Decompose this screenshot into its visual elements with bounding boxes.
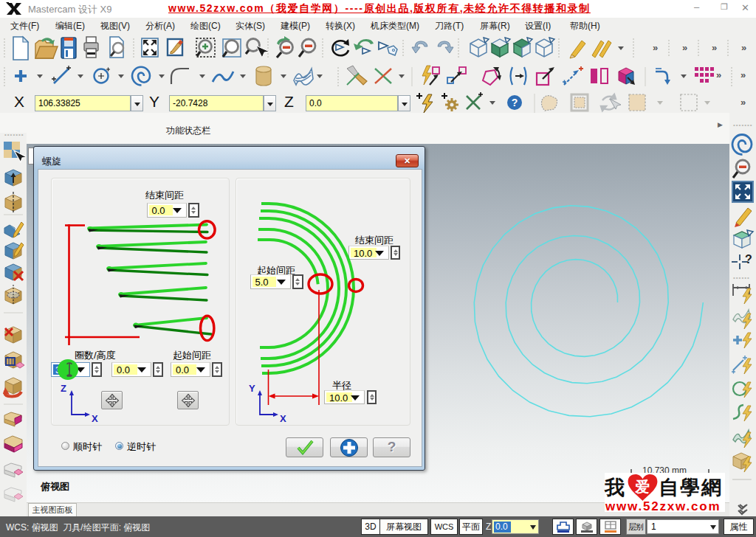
svg-text:»: »: [740, 69, 746, 80]
svg-text:»: »: [682, 42, 687, 53]
svg-text:X: X: [280, 413, 286, 424]
svg-text:Z: Z: [61, 383, 66, 394]
svg-text:?: ?: [745, 253, 752, 266]
svg-text:»: »: [716, 69, 721, 80]
svg-text:»: »: [741, 42, 746, 53]
svg-text:»: »: [740, 97, 746, 108]
svg-text:X: X: [92, 413, 98, 424]
svg-text:••••••: ••••••: [733, 274, 750, 281]
svg-text:»: »: [653, 42, 658, 53]
svg-text:爱: 爱: [635, 479, 650, 495]
svg-text:?: ?: [512, 97, 518, 108]
svg-text:Y: Y: [249, 383, 255, 394]
svg-text:»: »: [712, 42, 717, 53]
